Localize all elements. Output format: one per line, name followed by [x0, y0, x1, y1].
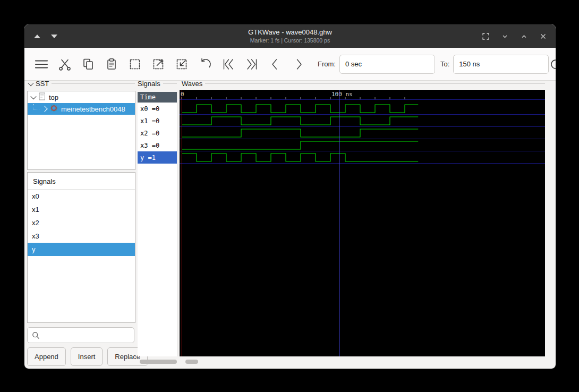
- step-left-icon: [268, 57, 282, 72]
- paste-icon: [105, 57, 118, 71]
- sst-tree: topmeinetestbench0048: [27, 91, 135, 170]
- step-left-button[interactable]: [266, 55, 285, 74]
- skip-to-end-button[interactable]: [242, 55, 261, 74]
- waves-caption: Waves: [182, 80, 545, 88]
- gtkwave-window: GTKWave - wave0048.ghw Marker: 1 fs | Cu…: [24, 24, 556, 369]
- scroll-down-icon[interactable]: [51, 35, 57, 38]
- wave-signals-caption-label: Signals: [138, 80, 160, 88]
- wave-trace-x0: [182, 105, 418, 113]
- fit-window-icon[interactable]: [481, 32, 490, 40]
- sst-collapse-icon[interactable]: [28, 80, 33, 86]
- to-field-group: To:: [440, 55, 549, 74]
- signal-search-box: [27, 327, 134, 343]
- toolbar-icon-group: [32, 55, 312, 74]
- expander-open-icon[interactable]: [30, 93, 36, 99]
- signal-list-item-x0[interactable]: x0: [28, 190, 135, 203]
- cut-icon: [58, 57, 72, 71]
- titlebar[interactable]: GTKWave - wave0048.ghw Marker: 1 fs | Cu…: [24, 24, 556, 48]
- scroll-up-icon[interactable]: [34, 35, 40, 38]
- from-field-group: From:: [318, 55, 435, 74]
- wave-trace-x2: [182, 129, 418, 137]
- tree-guide-line: [33, 104, 39, 109]
- signal-list-item-y[interactable]: y: [28, 243, 135, 256]
- zoom-in-arrow-icon: [175, 57, 189, 71]
- signal-list: x0x1x2x3y: [28, 190, 135, 256]
- search-input[interactable]: [43, 331, 130, 340]
- to-input[interactable]: [453, 55, 549, 74]
- skip-to-start-icon: [222, 57, 235, 72]
- wave-row-label-x1[interactable]: x1 =0: [138, 115, 177, 127]
- signal-list-item-x1[interactable]: x1: [28, 203, 135, 216]
- chevron-down-icon[interactable]: [500, 32, 509, 40]
- zoom-out-arrow-button[interactable]: [149, 55, 168, 74]
- wave-signal-rows: x0 =0x1 =0x2 =0x3 =0y =1: [138, 103, 177, 164]
- wave-row-label-x3[interactable]: x3 =0: [138, 139, 177, 151]
- sst-caption: SST: [29, 80, 135, 88]
- tree-item-label: top: [49, 93, 58, 101]
- wave-trace-y: [182, 154, 418, 161]
- waves-caption-label: Waves: [182, 80, 202, 88]
- signal-search-panel: Signals x0x1x2x3y: [27, 172, 135, 323]
- expander-closed-icon[interactable]: [41, 106, 47, 112]
- from-input[interactable]: [339, 55, 435, 74]
- menu-icon: [33, 57, 49, 71]
- undo-button[interactable]: [195, 55, 215, 74]
- sst-caption-label: SST: [36, 80, 49, 88]
- append-button[interactable]: Append: [27, 347, 66, 366]
- wave-trace-x3: [182, 141, 418, 149]
- wave-panel[interactable]: 0100 ns: [180, 90, 545, 356]
- wave-canvas[interactable]: 0100 ns: [180, 90, 545, 356]
- window-subtitle: Marker: 1 fs | Cursor: 135800 ps: [248, 37, 332, 44]
- waves-caption-rule: [205, 83, 545, 84]
- skip-to-end-icon: [245, 57, 259, 72]
- timeline-label-100ns: 100 ns: [331, 91, 353, 98]
- signal-list-item-x3[interactable]: x3: [28, 229, 135, 243]
- zoom-in-arrow-button[interactable]: [172, 55, 191, 74]
- chevron-up-icon[interactable]: [520, 32, 528, 40]
- undo-icon: [198, 57, 212, 71]
- sst-caption-rule: [52, 83, 135, 84]
- menu-button[interactable]: [32, 55, 51, 74]
- titlebar-text: GTKWave - wave0048.ghw Marker: 1 fs | Cu…: [248, 28, 332, 44]
- tree-item-meinetestbench0048[interactable]: meinetestbench0048: [28, 103, 135, 115]
- wave-signal-name-panel: Time x0 =0x1 =0x2 =0x3 =0y =1: [138, 92, 177, 356]
- tree-item-label: meinetestbench0048: [61, 105, 125, 113]
- time-header[interactable]: Time: [138, 92, 177, 103]
- wave-signals-caption: Signals: [138, 80, 177, 88]
- step-right-icon: [292, 57, 305, 72]
- search-icon: [32, 331, 40, 339]
- skip-to-start-button[interactable]: [219, 55, 238, 74]
- wave-trace-x1: [182, 117, 418, 125]
- signal-panel-hscrollbar[interactable]: [140, 360, 177, 364]
- wave-row-label-y[interactable]: y =1: [138, 151, 177, 164]
- desktop-background: GTKWave - wave0048.ghw Marker: 1 fs | Cu…: [0, 0, 579, 392]
- copy-button[interactable]: [79, 55, 98, 74]
- wave-panel-hscrollbar[interactable]: [185, 360, 198, 364]
- from-label: From:: [318, 60, 336, 68]
- document-icon: [39, 92, 46, 102]
- signal-list-header: Signals: [28, 173, 135, 190]
- wave-signals-caption-rule: [163, 83, 177, 84]
- action-button-row: Append Insert Replace: [27, 347, 148, 366]
- tree-item-top[interactable]: top: [28, 91, 135, 103]
- insert-button[interactable]: Insert: [71, 347, 103, 366]
- wave-row-label-x2[interactable]: x2 =0: [138, 127, 177, 139]
- zoom-out-arrow-icon: [151, 57, 165, 71]
- zoom-fit-icon: [128, 57, 142, 71]
- paste-button[interactable]: [102, 55, 121, 74]
- toolbar: From: To:: [24, 48, 556, 81]
- chip-icon: [50, 104, 58, 114]
- signal-list-item-x2[interactable]: x2: [28, 216, 135, 229]
- reload-button[interactable]: [549, 55, 556, 74]
- timeline-label-0: 0: [181, 91, 184, 98]
- copy-icon: [81, 57, 95, 71]
- zoom-fit-button[interactable]: [125, 55, 144, 74]
- step-right-button[interactable]: [289, 55, 308, 74]
- wave-row-label-x0[interactable]: x0 =0: [138, 103, 177, 115]
- cut-button[interactable]: [55, 55, 74, 74]
- to-label: To:: [440, 60, 449, 68]
- window-title: GTKWave - wave0048.ghw: [248, 28, 332, 37]
- close-icon[interactable]: [539, 32, 547, 40]
